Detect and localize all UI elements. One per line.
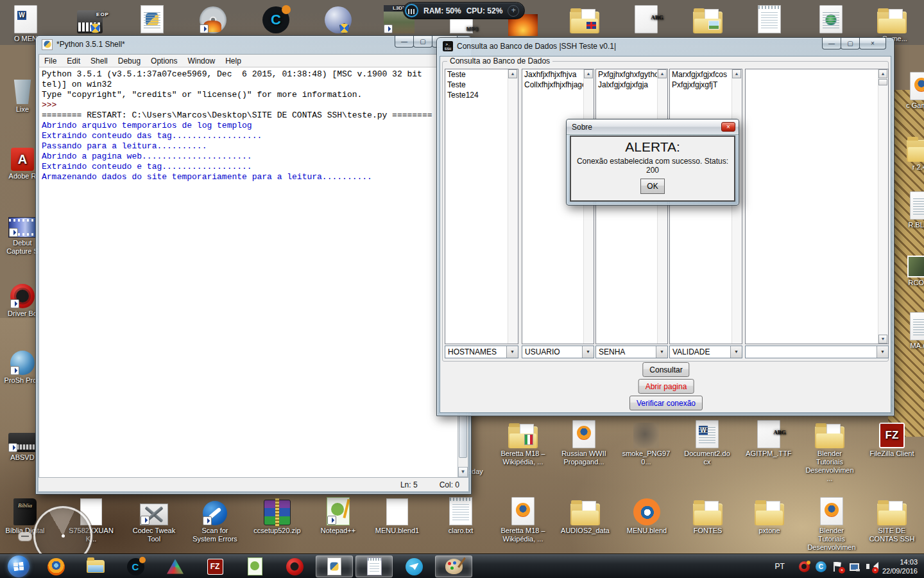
minimize-button[interactable]: —: [822, 38, 841, 49]
list-item[interactable]: Teste124: [446, 90, 508, 100]
combo-dropdown-button[interactable]: ▼: [582, 346, 594, 358]
desktop-icon-rbloc[interactable]: R.BLOC: [897, 189, 924, 229]
tray-clock[interactable]: 14:03 22/09/2016: [882, 557, 921, 575]
taskbar-notepadpp-button[interactable]: [236, 556, 273, 577]
verificar-conexao-button[interactable]: Verificar conexão: [629, 396, 703, 410]
scroll-up-button[interactable]: ▲: [584, 69, 593, 78]
desktop-icon-notepadpp[interactable]: Notepad++: [314, 495, 363, 535]
desktop-icon-beretta-folder[interactable]: Beretta M18 – Wikipédia, ...: [499, 417, 547, 466]
combo-dropdown-button[interactable]: ▼: [877, 346, 888, 358]
menu-file[interactable]: File: [39, 57, 62, 66]
tray-volume-muted-icon[interactable]: ×: [866, 561, 877, 572]
validade-combobox[interactable]: VALIDADE ▼: [669, 346, 742, 358]
taskbar-python-button[interactable]: [316, 556, 353, 577]
desktop-icon-claro[interactable]: claro.txt: [436, 495, 485, 535]
usuario-listbox[interactable]: Jaxhfjxfhjxfhjva Collxfhjxfhjxfhjage ▲: [522, 69, 594, 344]
taskbar-explorer-button[interactable]: [77, 556, 114, 577]
menu-window[interactable]: Window: [182, 57, 220, 66]
scroll-up-button[interactable]: ▲: [878, 69, 887, 78]
desktop-icon-agitpm-font[interactable]: ABG AGITPM_.TTF: [744, 417, 793, 458]
tray-action-center-icon[interactable]: ×: [832, 561, 843, 572]
tray-network-icon[interactable]: [849, 561, 860, 572]
list-item[interactable]: Marxfgjxfgjxfcos: [671, 69, 732, 80]
list-item[interactable]: Jaxhfjxfhjxfhjva: [523, 69, 584, 80]
taskbar-prism-button[interactable]: [157, 556, 194, 577]
scroll-up-button[interactable]: ▲: [732, 69, 741, 78]
extra-combobox[interactable]: ▼: [745, 346, 889, 358]
listbox-scrollbar[interactable]: ▲ ▼: [878, 69, 888, 344]
tray-driver-booster-icon[interactable]: [799, 561, 810, 572]
list-item[interactable]: Collxfhjxfhjxfhjage: [523, 80, 584, 90]
abrir-pagina-button[interactable]: Abrir pagina: [638, 379, 694, 394]
desktop-icon-beretta-doc[interactable]: Beretta M18 – Wikipédia, ...: [499, 495, 547, 543]
desktop-icon-russian-doc[interactable]: Russian WWII Propagand...: [560, 417, 608, 466]
desktop-icon-document2[interactable]: W Document2.docx: [683, 417, 732, 466]
usuario-combobox[interactable]: USUARIO ▼: [522, 346, 594, 358]
menu-debug[interactable]: Debug: [113, 57, 146, 66]
desktop-icon-cd-burner[interactable]: [189, 3, 237, 33]
maximize-button[interactable]: ▢: [413, 36, 432, 48]
scroll-thumb[interactable]: [878, 79, 887, 85]
language-indicator[interactable]: PT: [773, 562, 787, 571]
system-monitor-gadget[interactable]: RAM: 50% CPU: 52% +: [403, 2, 525, 19]
combo-dropdown-button[interactable]: ▼: [506, 346, 518, 358]
desktop-icon-scan[interactable]: Scan for System Errors: [191, 495, 239, 543]
python-console[interactable]: Python 3.5.1 (v3.5.1:37a07cee5969, Dec 6…: [38, 67, 461, 478]
desktop-icon-folder-uk[interactable]: [560, 3, 609, 33]
desktop-icon-site-contas-ssh[interactable]: SITE DE CONTAS SSH: [868, 495, 916, 543]
list-item[interactable]: Teste: [446, 80, 508, 90]
menu-shell[interactable]: Shell: [85, 57, 113, 66]
scroll-up-button[interactable]: ▲: [508, 69, 517, 78]
listbox-scrollbar[interactable]: ▲: [732, 69, 742, 344]
gadget-expand-button[interactable]: +: [508, 5, 519, 17]
taskbar-filezilla-button[interactable]: FZ: [196, 556, 234, 577]
hostnames-combobox[interactable]: HOSTNAMES ▼: [445, 346, 518, 358]
scroll-down-button[interactable]: ▼: [458, 467, 468, 477]
senha-listbox[interactable]: Pxfgjhxfghxfgytho Jalxfgjxfgjxfgja ▲: [595, 69, 668, 344]
desktop-icon-notepad-doc[interactable]: [745, 3, 794, 33]
desktop-icon-installer[interactable]: [314, 3, 363, 33]
taskbar-firefox-button[interactable]: [37, 556, 74, 577]
dialog-titlebar[interactable]: Sobre: [567, 119, 739, 135]
menu-edit[interactable]: Edit: [62, 57, 85, 66]
listbox-scrollbar[interactable]: ▲: [508, 69, 518, 344]
desktop-icon-rcos[interactable]: RCOS...: [897, 247, 924, 287]
taskbar-iobit-button[interactable]: C: [117, 556, 154, 577]
desktop-icon-abg-doc[interactable]: ABG: [622, 3, 671, 33]
extra-listbox[interactable]: ▲ ▼: [745, 69, 889, 344]
ok-button[interactable]: OK: [640, 179, 665, 194]
list-item[interactable]: PxfgjxfgjxgfjT: [671, 80, 732, 90]
desktop-icon-folder-image[interactable]: [683, 3, 732, 33]
desktop-icon-python-script[interactable]: [128, 3, 176, 33]
list-item[interactable]: Teste: [446, 69, 508, 80]
listbox-scrollbar[interactable]: ▲: [657, 69, 667, 344]
menu-help[interactable]: Help: [220, 57, 246, 66]
desktop-icon-ccsetup[interactable]: ccsetup520.zip: [253, 495, 302, 535]
taskbar-paint-button[interactable]: [435, 556, 472, 577]
desktop-icon-eop[interactable]: EOP: [65, 3, 114, 33]
taskbar-driver-booster-button[interactable]: [276, 556, 313, 577]
taskbar-telegram-button[interactable]: [395, 556, 432, 577]
desktop-icon-blender-folder[interactable]: Blender Tutoriais Desenvolvimen...: [805, 417, 854, 483]
list-item[interactable]: Pxfgjhxfghxfgytho: [597, 69, 658, 80]
desktop-icon-html-doc[interactable]: [807, 3, 855, 33]
desktop-icon-folder-242[interactable]: r 2.42: [897, 131, 924, 171]
maximize-button[interactable]: ▢: [841, 38, 860, 49]
desktop-icon-smoke[interactable]: smoke_PNG970...: [622, 417, 671, 466]
desktop-icon-ma-doc[interactable]: MA.d...: [897, 310, 924, 350]
combo-dropdown-button[interactable]: ▼: [730, 346, 742, 358]
combo-dropdown-button[interactable]: ▼: [656, 346, 667, 358]
list-item[interactable]: Jalxfgjxfgjxfgja: [597, 80, 658, 90]
senha-combobox[interactable]: SENHA ▼: [595, 346, 668, 358]
minimize-button[interactable]: —: [395, 36, 414, 48]
desktop-icon-iobit[interactable]: C: [252, 3, 300, 33]
desktop-icon-codec-tool[interactable]: Codec Tweak Tool: [130, 495, 178, 543]
desktop-icon-audios2[interactable]: AUDIOS2_data: [561, 495, 610, 535]
desktop-icon-blender-tut-doc[interactable]: Blender Tutoriais Desenvolvimen...: [807, 495, 856, 560]
desktop-icon-fontes[interactable]: FONTES: [683, 495, 732, 535]
clock-gadget-minimize-button[interactable]: [18, 532, 32, 541]
desktop-icon-game-doc[interactable]: c Game...: [897, 69, 924, 110]
consultar-button[interactable]: Consultar: [642, 362, 689, 377]
start-button[interactable]: [4, 556, 33, 577]
desktop-icon-menublend1[interactable]: MENU.blend1: [373, 495, 422, 535]
